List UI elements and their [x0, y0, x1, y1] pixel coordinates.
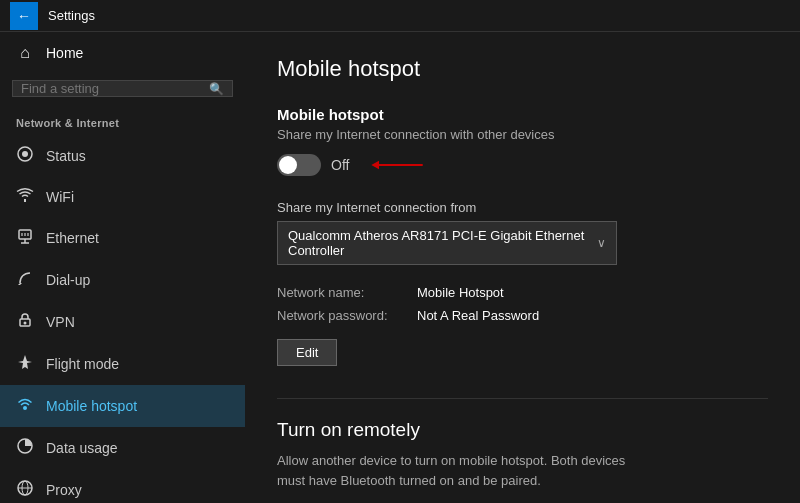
network-name-value: Mobile Hotspot: [417, 285, 768, 300]
ethernet-icon: [16, 227, 34, 249]
page-title: Mobile hotspot: [277, 56, 768, 82]
sidebar-item-dialup[interactable]: Dial-up: [0, 259, 245, 301]
edit-button[interactable]: Edit: [277, 339, 337, 366]
share-from-section: Share my Internet connection from Qualco…: [277, 200, 768, 265]
back-button[interactable]: ←: [10, 2, 38, 30]
home-icon: ⌂: [16, 44, 34, 62]
sidebar-item-home[interactable]: ⌂ Home: [0, 32, 245, 74]
sidebar-item-ethernet[interactable]: Ethernet: [0, 217, 245, 259]
search-input[interactable]: [13, 81, 201, 96]
wifi-icon: [16, 187, 34, 207]
svg-point-10: [23, 406, 27, 410]
sidebar-item-label: Ethernet: [46, 230, 99, 246]
proxy-icon: [16, 479, 34, 501]
dropdown-value: Qualcomm Atheros AR8171 PCI-E Gigabit Et…: [288, 228, 597, 258]
sidebar-item-label: VPN: [46, 314, 75, 330]
hotspot-arrow-annotation: [367, 154, 427, 176]
sidebar-item-flightmode[interactable]: Flight mode: [0, 343, 245, 385]
svg-point-1: [22, 151, 28, 157]
search-icon: 🔍: [201, 82, 232, 96]
sidebar-item-status[interactable]: Status: [0, 135, 245, 177]
datausage-icon: [16, 437, 34, 459]
hotspot-toggle[interactable]: [277, 154, 321, 176]
search-box[interactable]: 🔍: [12, 80, 233, 97]
share-from-dropdown[interactable]: Qualcomm Atheros AR8171 PCI-E Gigabit Et…: [277, 221, 617, 265]
sidebar: ⌂ Home 🔍 Network & Internet Status WiFi …: [0, 32, 245, 503]
network-info-grid: Network name: Mobile Hotspot Network pas…: [277, 285, 768, 323]
sidebar-item-label: Mobile hotspot: [46, 398, 137, 414]
share-from-label: Share my Internet connection from: [277, 200, 768, 215]
home-label: Home: [46, 45, 83, 61]
hotspot-toggle-label: Off: [331, 157, 349, 173]
hotspot-section-title: Mobile hotspot: [277, 106, 768, 123]
remote-section-desc: Allow another device to turn on mobile h…: [277, 451, 657, 490]
mobilehotspot-icon: [16, 395, 34, 417]
dialup-icon: [16, 269, 34, 291]
sidebar-item-proxy[interactable]: Proxy: [0, 469, 245, 503]
main-layout: ⌂ Home 🔍 Network & Internet Status WiFi …: [0, 32, 800, 503]
title-bar: ← Settings: [0, 0, 800, 32]
sidebar-item-label: WiFi: [46, 189, 74, 205]
section-divider: [277, 398, 768, 399]
sidebar-item-label: Proxy: [46, 482, 82, 498]
sidebar-item-label: Dial-up: [46, 272, 90, 288]
sidebar-item-label: Data usage: [46, 440, 118, 456]
vpn-icon: [16, 311, 34, 333]
content-area: Mobile hotspot Mobile hotspot Share my I…: [245, 32, 800, 503]
hotspot-section-desc: Share my Internet connection with other …: [277, 127, 768, 142]
chevron-down-icon: ∨: [597, 236, 606, 250]
app-title: Settings: [48, 8, 95, 23]
svg-point-9: [24, 322, 27, 325]
network-name-label: Network name:: [277, 285, 417, 300]
network-password-value: Not A Real Password: [417, 308, 768, 323]
sidebar-item-label: Status: [46, 148, 86, 164]
sidebar-item-label: Flight mode: [46, 356, 119, 372]
hotspot-toggle-row: Off: [277, 154, 768, 176]
sidebar-item-wifi[interactable]: WiFi: [0, 177, 245, 217]
flightmode-icon: [16, 353, 34, 375]
sidebar-item-vpn[interactable]: VPN: [0, 301, 245, 343]
status-icon: [16, 145, 34, 167]
sidebar-item-mobilehotspot[interactable]: Mobile hotspot: [0, 385, 245, 427]
sidebar-section-title: Network & Internet: [0, 109, 245, 135]
network-password-label: Network password:: [277, 308, 417, 323]
sidebar-item-datausage[interactable]: Data usage: [0, 427, 245, 469]
remote-section-title: Turn on remotely: [277, 419, 768, 441]
svg-marker-16: [372, 161, 380, 170]
back-icon: ←: [17, 8, 31, 24]
hotspot-toggle-knob: [279, 156, 297, 174]
